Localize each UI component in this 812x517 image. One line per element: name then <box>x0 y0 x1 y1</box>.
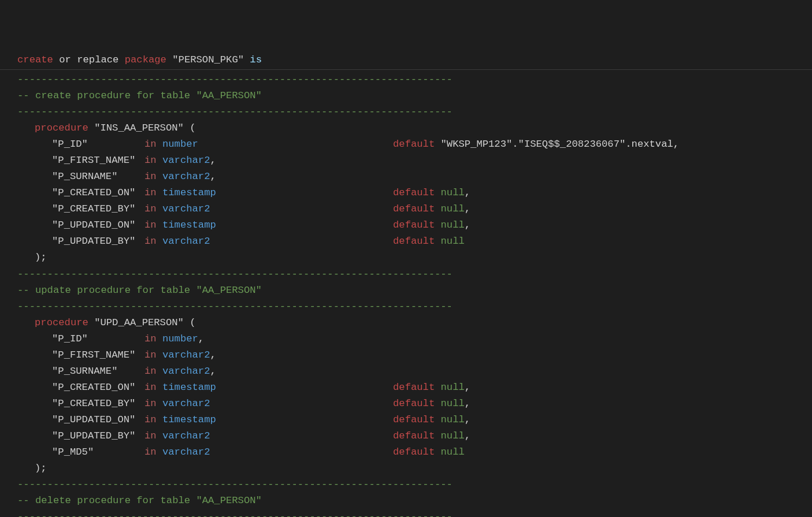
dash-line: ----------------------------------------… <box>0 266 812 282</box>
code-editor: create or replace package "PERSON_PKG" i… <box>0 52 812 517</box>
param-line: "P_UPDATED_BY"in varchar2default null, <box>0 428 812 444</box>
param-line: "P_UPDATED_ON"in timestampdefault null, <box>0 412 812 428</box>
param-line: "P_CREATED_BY"in varchar2default null, <box>0 396 812 412</box>
param-line: "P_FIRST_NAME"in varchar2, <box>0 347 812 363</box>
param-line: "P_SURNAME"in varchar2, <box>0 169 812 185</box>
pkg-header: create or replace package "PERSON_PKG" i… <box>0 52 812 68</box>
comment-line: -- delete procedure for table "AA_PERSON… <box>0 493 812 509</box>
comment-line: -- create procedure for table "AA_PERSON… <box>0 88 812 104</box>
dash-line: ----------------------------------------… <box>0 509 812 517</box>
param-line: "P_UPDATED_ON"in timestampdefault null, <box>0 217 812 233</box>
proc-close: ); <box>0 250 812 266</box>
param-line: "P_ID"in numberdefault "WKSP_MP123"."ISE… <box>0 136 812 153</box>
proc-decl: procedure "INS_AA_PERSON" ( <box>0 120 812 136</box>
param-line: "P_UPDATED_BY"in varchar2default null <box>0 233 812 250</box>
param-line: "P_SURNAME"in varchar2, <box>0 363 812 380</box>
param-line: "P_MD5"in varchar2default null <box>0 444 812 460</box>
dash-line: ----------------------------------------… <box>0 299 812 315</box>
proc-decl: procedure "UPD_AA_PERSON" ( <box>0 315 812 331</box>
param-line: "P_ID"in number, <box>0 331 812 347</box>
comment-line: -- update procedure for table "AA_PERSON… <box>0 282 812 299</box>
param-line: "P_CREATED_BY"in varchar2default null, <box>0 201 812 217</box>
dash-line: ----------------------------------------… <box>0 104 812 120</box>
proc-close: ); <box>0 460 812 477</box>
param-line: "P_CREATED_ON"in timestampdefault null, <box>0 185 812 201</box>
param-line: "P_FIRST_NAME"in varchar2, <box>0 153 812 169</box>
param-line: "P_CREATED_ON"in timestampdefault null, <box>0 380 812 396</box>
dash-line: ----------------------------------------… <box>0 72 812 88</box>
dash-line: ----------------------------------------… <box>0 477 812 493</box>
